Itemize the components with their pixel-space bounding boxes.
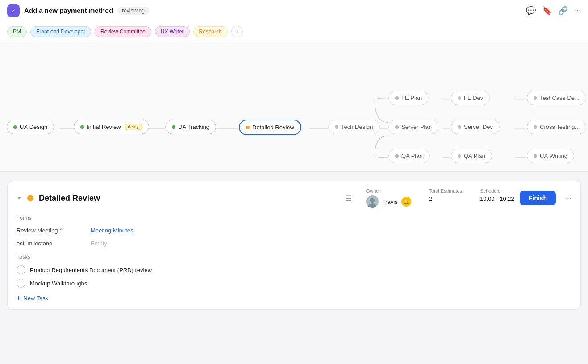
field-row-milestone: est. milestone Empty xyxy=(17,240,571,247)
flow-connections xyxy=(0,42,588,171)
estimates-label: Total Estimates xyxy=(429,188,463,194)
node-test-case[interactable]: Test Case De... xyxy=(527,91,586,105)
task-label-prd: Product Requirements Document (PRD) revi… xyxy=(30,267,152,273)
finish-button[interactable]: Finish xyxy=(520,191,556,205)
app-icon: ✓ xyxy=(7,4,20,17)
node-fe-dev-label: FE Dev xyxy=(464,95,483,101)
detail-panel: ▼ Detailed Review ☰ Owner Travis 🔔 xyxy=(7,181,581,310)
node-qa-plan-1[interactable]: QA Plan xyxy=(388,149,430,163)
flow-area: UX Design Initial Review delay DA Tracki… xyxy=(0,42,588,172)
tag-ux[interactable]: UX Writer xyxy=(155,26,190,37)
avatar xyxy=(366,195,379,208)
node-server-dev-label: Server Dev xyxy=(464,124,493,130)
tag-rs[interactable]: Research xyxy=(193,26,228,37)
node-server-plan-label: Server Plan xyxy=(401,124,432,130)
node-qa-plan-2[interactable]: QA Plan xyxy=(451,149,492,163)
bookmark-icon[interactable]: 🔖 xyxy=(542,6,552,16)
required-indicator: * xyxy=(60,227,62,234)
task-label-mockup: Mockup Walkthroughs xyxy=(30,280,87,287)
list-icon[interactable]: ☰ xyxy=(346,194,352,203)
field-name-milestone: est. milestone xyxy=(17,240,83,247)
task-row-mockup: Mockup Walkthroughs xyxy=(17,279,571,288)
node-cross-testing-label: Cross Testing... xyxy=(540,124,580,130)
node-fe-dev[interactable]: FE Dev xyxy=(451,91,490,105)
owner-name: Travis xyxy=(382,199,398,205)
field-value-meeting-minutes[interactable]: Meeting Minutes xyxy=(91,227,133,234)
estimates-group: Total Estimates 2 xyxy=(429,188,463,202)
node-ux-design-label: UX Design xyxy=(20,124,47,130)
forms-section-label: Forms xyxy=(17,215,571,221)
add-tag-button[interactable]: + xyxy=(231,26,243,37)
owner-group: Owner Travis 🔔 xyxy=(366,188,411,208)
status-badge: reviewing xyxy=(117,7,149,15)
more-icon[interactable]: ··· xyxy=(574,6,581,15)
node-da-tracking-label: DA Tracking xyxy=(178,124,209,130)
page-title: Add a new payment method xyxy=(24,7,113,14)
detail-dot xyxy=(27,195,33,201)
node-tech-design-label: Tech Design xyxy=(341,124,373,130)
tasks-section-label: Tasks xyxy=(17,254,571,260)
more-options-button[interactable]: ··· xyxy=(565,194,571,203)
header-actions: 💬 🔖 🔗 ··· xyxy=(526,6,581,16)
header: ✓ Add a new payment method reviewing 💬 🔖… xyxy=(0,0,588,21)
node-detailed-review[interactable]: Detailed Review xyxy=(239,120,301,135)
node-server-dev[interactable]: Server Dev xyxy=(451,120,500,134)
node-initial-review-label: Initial Review xyxy=(87,124,121,130)
chat-icon[interactable]: 💬 xyxy=(526,6,536,16)
node-ux-design[interactable]: UX Design xyxy=(7,120,54,134)
new-task-row[interactable]: + New Task xyxy=(17,294,571,302)
schedule-value: 10.09 - 10.22 xyxy=(480,195,514,202)
node-ux-writing-label: UX Writing xyxy=(540,153,567,159)
tag-pm[interactable]: PM xyxy=(7,26,27,37)
estimates-value: 2 xyxy=(429,195,463,202)
detail-title: Detailed Review xyxy=(39,194,340,203)
task-row-prd: Product Requirements Document (PRD) revi… xyxy=(17,265,571,274)
owner-label: Owner xyxy=(366,188,411,194)
node-test-case-label: Test Case De... xyxy=(540,95,580,101)
node-qa-plan-1-label: QA Plan xyxy=(401,153,423,159)
notification-icon[interactable]: 🔔 xyxy=(401,197,411,207)
task-checkbox-prd[interactable] xyxy=(17,265,25,274)
node-initial-review[interactable]: Initial Review delay xyxy=(74,120,149,134)
node-ux-writing[interactable]: UX Writing xyxy=(527,149,574,163)
field-row-review-meeting: Review Meeting * Meeting Minutes xyxy=(17,227,571,234)
node-cross-testing[interactable]: Cross Testing... xyxy=(527,120,586,134)
node-server-plan[interactable]: Server Plan xyxy=(388,120,438,134)
detail-body: Forms Review Meeting * Meeting Minutes e… xyxy=(8,208,580,309)
delay-badge: delay xyxy=(125,124,142,130)
header-left: ✓ Add a new payment method reviewing xyxy=(7,4,149,17)
new-task-label: New Task xyxy=(23,295,48,302)
schedule-group: Schedule 10.09 - 10.22 xyxy=(480,188,514,202)
node-fe-plan[interactable]: FE Plan xyxy=(388,91,429,105)
svg-point-12 xyxy=(370,198,375,203)
task-checkbox-mockup[interactable] xyxy=(17,279,25,288)
tag-bar: PM Front-end Developer Review Committee … xyxy=(0,21,588,42)
chevron-icon[interactable]: ▼ xyxy=(17,195,22,201)
tag-rc[interactable]: Review Committee xyxy=(95,26,151,37)
field-name-review-meeting: Review Meeting * xyxy=(17,227,83,234)
tag-fe[interactable]: Front-end Developer xyxy=(30,26,91,37)
node-detailed-review-label: Detailed Review xyxy=(252,124,294,131)
link-icon[interactable]: 🔗 xyxy=(558,6,568,16)
node-da-tracking[interactable]: DA Tracking xyxy=(165,120,216,134)
node-qa-plan-2-label: QA Plan xyxy=(464,153,485,159)
field-value-milestone: Empty xyxy=(91,240,107,247)
schedule-label: Schedule xyxy=(480,188,514,194)
new-task-plus-icon: + xyxy=(17,294,21,302)
node-fe-plan-label: FE Plan xyxy=(401,95,422,101)
node-tech-design[interactable]: Tech Design xyxy=(328,120,380,134)
